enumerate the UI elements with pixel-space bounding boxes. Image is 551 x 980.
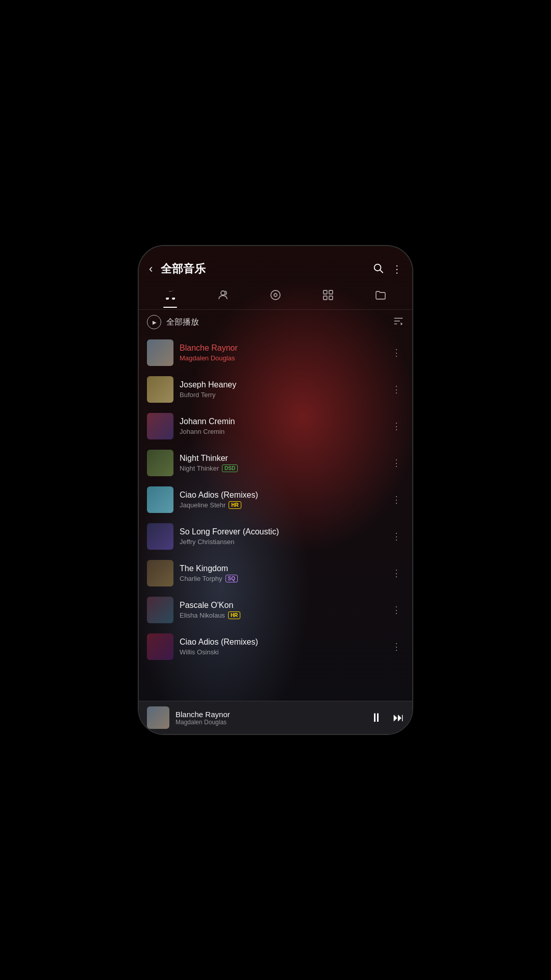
song-thumbnail [147,450,173,476]
song-more-button[interactable]: ⋮ [389,602,404,618]
page-title: 全部音乐 [161,261,368,277]
now-playing-bar[interactable]: Blanche Raynor Magdalen Douglas ⏸ ⏭ [139,701,412,734]
song-title: Night Thinker [180,454,383,463]
song-artist: Jeffry Christiansen [180,538,234,546]
play-all-label: 全部播放 [166,317,388,328]
song-subtitle: Willis Osinski [180,648,383,656]
song-title: Ciao Adios (Remixes) [180,638,383,647]
song-thumbnail [147,523,173,550]
quality-badge: HR [228,611,240,619]
song-subtitle: Elisha Nikolaus HR [180,611,383,619]
song-title: Joseph Heaney [180,380,383,389]
song-thumbnail [147,486,173,513]
artists-icon [217,289,229,304]
song-subtitle: Johann Cremin [180,428,383,435]
folders-icon [374,289,387,304]
grid-icon [322,289,334,304]
song-item[interactable]: Ciao Adios (Remixes) Willis Osinski ⋮ [139,628,412,665]
svg-line-1 [380,270,383,273]
song-subtitle: Charlie Torphy SQ [180,575,383,582]
song-item[interactable]: The Kingdom Charlie Torphy SQ ⋮ [139,555,412,592]
song-info: Johann Cremin Johann Cremin [180,417,383,435]
tab-folders[interactable] [369,287,392,307]
song-info: Ciao Adios (Remixes) Willis Osinski [180,638,383,656]
header: ‹ 全部音乐 ⋮ [139,246,412,283]
song-more-button[interactable]: ⋮ [389,345,404,360]
song-info: Ciao Adios (Remixes) Jaqueline Stehr HR [180,491,383,509]
song-info: Pascale O'Kon Elisha Nikolaus HR [180,601,383,619]
svg-rect-7 [323,296,327,300]
song-thumbnail [147,339,173,366]
song-item[interactable]: Ciao Adios (Remixes) Jaqueline Stehr HR … [139,481,412,518]
search-icon[interactable] [372,262,384,276]
back-button[interactable]: ‹ [149,260,157,278]
song-title: Ciao Adios (Remixes) [180,491,383,500]
song-info: So Long Forever (Acoustic) Jeffry Christ… [180,527,383,546]
song-info: Night Thinker Night Thinker DSD [180,454,383,472]
song-artist: Elisha Nikolaus [180,611,225,619]
svg-point-3 [271,290,280,300]
quality-badge: SQ [226,575,238,582]
svg-rect-6 [329,290,333,294]
song-subtitle: Magdalen Douglas [180,354,383,362]
more-menu-icon[interactable]: ⋮ [392,263,402,275]
play-all-bar: 全部播放 [139,310,412,334]
song-thumbnail [147,597,173,623]
song-item[interactable]: Pascale O'Kon Elisha Nikolaus HR ⋮ [139,592,412,628]
now-playing-info: Blanche Raynor Magdalen Douglas [176,710,364,726]
song-thumbnail [147,633,173,660]
song-artist: Magdalen Douglas [180,354,235,362]
song-artist: Jaqueline Stehr [180,501,226,509]
header-actions: ⋮ [372,262,402,276]
song-subtitle: Jeffry Christiansen [180,538,383,546]
svg-point-2 [221,291,225,295]
song-item[interactable]: So Long Forever (Acoustic) Jeffry Christ… [139,518,412,555]
song-item[interactable]: Night Thinker Night Thinker DSD ⋮ [139,445,412,481]
song-thumbnail [147,376,173,403]
now-playing-artist: Magdalen Douglas [176,719,364,726]
sort-icon[interactable] [393,315,404,329]
song-more-button[interactable]: ⋮ [389,639,404,654]
song-title: Blanche Raynor [180,344,383,353]
song-more-button[interactable]: ⋮ [389,566,404,581]
song-artist: Johann Cremin [180,428,224,435]
song-subtitle: Buford Terry [180,391,383,399]
now-playing-title: Blanche Raynor [176,710,364,719]
svg-rect-8 [329,296,333,300]
song-item[interactable]: Blanche Raynor Magdalen Douglas ⋮ [139,334,412,371]
song-list: Blanche Raynor Magdalen Douglas ⋮ Joseph… [139,334,412,701]
song-info: Joseph Heaney Buford Terry [180,380,383,399]
song-more-button[interactable]: ⋮ [389,529,404,544]
tab-artists[interactable] [212,287,234,307]
tab-songs[interactable] [159,287,182,307]
next-button[interactable]: ⏭ [393,711,404,724]
song-artist: Buford Terry [180,391,216,399]
tab-grid[interactable] [317,287,339,307]
svg-rect-5 [323,290,327,294]
song-subtitle: Night Thinker DSD [180,464,383,472]
tab-albums[interactable] [264,287,287,307]
now-playing-thumbnail [147,706,169,729]
song-subtitle: Jaqueline Stehr HR [180,501,383,509]
albums-icon [269,289,282,304]
song-artist: Willis Osinski [180,648,219,656]
quality-badge: HR [229,501,241,509]
phone-frame: ‹ 全部音乐 ⋮ [138,245,413,735]
song-info: Blanche Raynor Magdalen Douglas [180,344,383,362]
song-item[interactable]: Joseph Heaney Buford Terry ⋮ [139,371,412,408]
song-item[interactable]: Johann Cremin Johann Cremin ⋮ [139,408,412,445]
song-title: So Long Forever (Acoustic) [180,527,383,536]
quality-badge: DSD [222,464,238,472]
song-more-button[interactable]: ⋮ [389,382,404,397]
song-title: The Kingdom [180,564,383,573]
song-more-button[interactable]: ⋮ [389,492,404,507]
song-title: Pascale O'Kon [180,601,383,610]
song-artist: Charlie Torphy [180,575,222,582]
play-all-button[interactable] [147,315,161,329]
song-more-button[interactable]: ⋮ [389,419,404,434]
tab-bar [139,283,412,310]
song-more-button[interactable]: ⋮ [389,455,404,471]
song-artist: Night Thinker [180,464,219,472]
pause-button[interactable]: ⏸ [370,710,383,725]
song-info: The Kingdom Charlie Torphy SQ [180,564,383,582]
